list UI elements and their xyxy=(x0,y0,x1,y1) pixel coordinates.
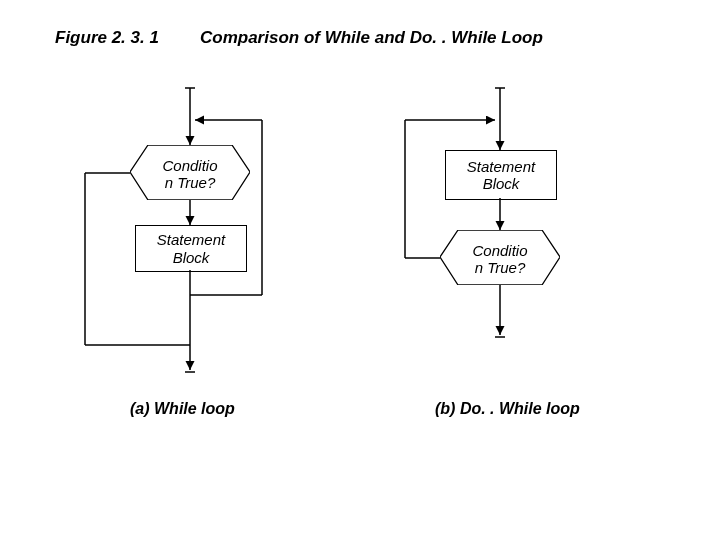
dowhile-statement-block: StatementBlock xyxy=(445,150,557,200)
dowhile-block-text: StatementBlock xyxy=(467,158,535,193)
dowhile-condition-text: Condition True? xyxy=(440,230,560,277)
caption-dowhile: (b) Do. . While loop xyxy=(435,400,580,418)
dowhile-condition-decision: Condition True? xyxy=(440,230,560,285)
flowlines-dowhile xyxy=(0,0,720,540)
figure-page: Figure 2. 3. 1 Comparison of While and D… xyxy=(0,0,720,540)
caption-while: (a) While loop xyxy=(130,400,235,418)
